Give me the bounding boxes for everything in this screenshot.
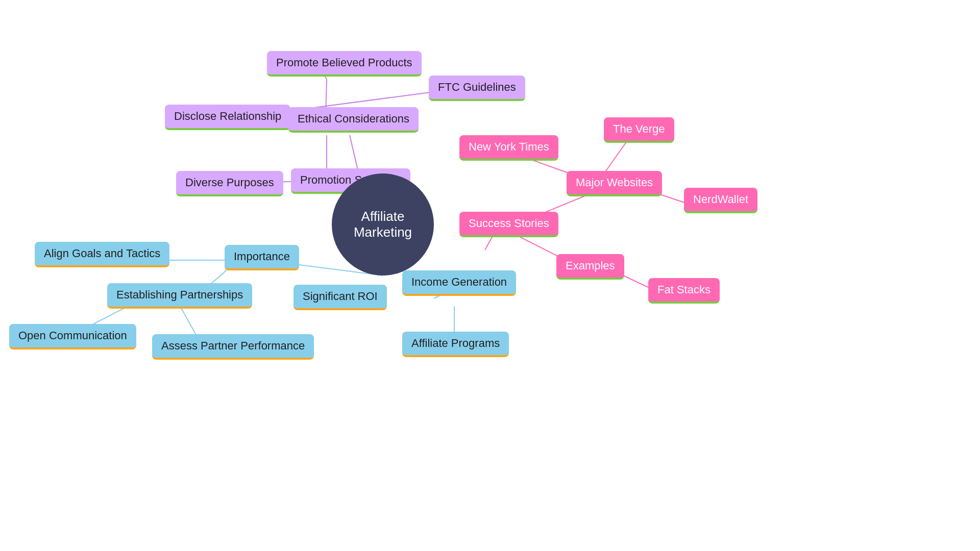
node-establishing-partnerships: Establishing Partnerships (107, 283, 252, 309)
node-new-york-times: New York Times (459, 135, 558, 161)
node-success-stories: Success Stories (459, 212, 558, 237)
node-diverse-purposes: Diverse Purposes (176, 171, 283, 196)
center-node: Affiliate Marketing (332, 173, 434, 276)
node-nerdwallet: NerdWallet (684, 188, 757, 213)
node-ftc-guidelines: FTC Guidelines (429, 76, 525, 101)
node-significant-roi: Significant ROI (293, 285, 387, 310)
node-disclose-relationship: Disclose Relationship (165, 105, 290, 130)
node-align-goals: Align Goals and Tactics (35, 242, 169, 267)
node-ethical-considerations: Ethical Considerations (288, 107, 419, 133)
node-major-websites: Major Websites (567, 171, 662, 196)
node-income-generation: Income Generation (402, 270, 516, 296)
node-affiliate-programs: Affiliate Programs (402, 332, 509, 357)
node-the-verge: The Verge (604, 117, 674, 143)
node-promote-believed-products: Promote Believed Products (267, 51, 422, 77)
node-examples: Examples (556, 254, 624, 280)
node-fat-stacks: Fat Stacks (648, 278, 720, 304)
node-open-communication: Open Communication (9, 324, 136, 349)
node-importance: Importance (225, 245, 299, 270)
node-assess-partner-performance: Assess Partner Performance (152, 334, 314, 360)
